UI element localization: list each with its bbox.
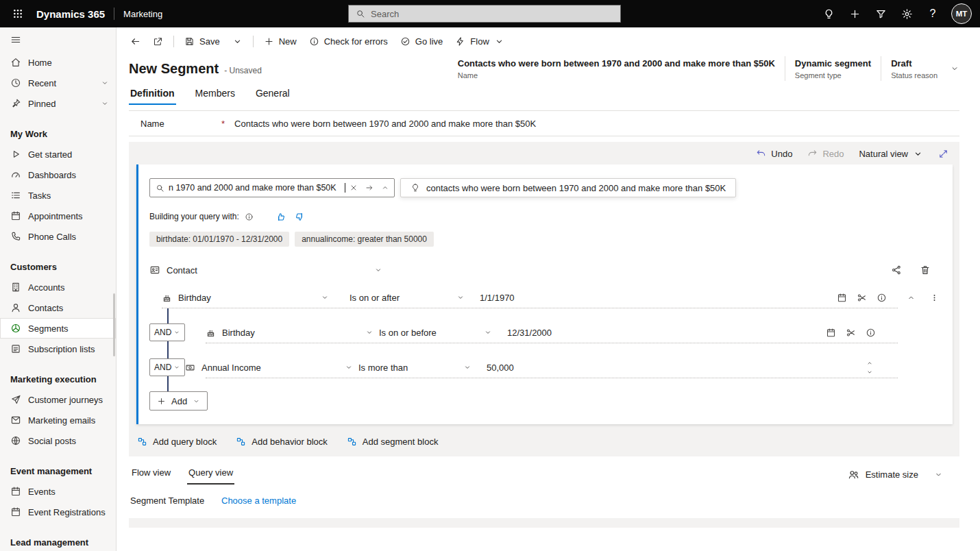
calendar-icon[interactable]: [826, 328, 836, 338]
add-condition-button[interactable]: Add: [149, 391, 208, 411]
sidebar-item-tasks[interactable]: Tasks: [0, 185, 116, 206]
view-mode-dropdown[interactable]: Natural view: [859, 149, 923, 159]
field-dropdown[interactable]: Birthday: [162, 293, 329, 303]
collapse-search-button[interactable]: [377, 180, 393, 196]
estimate-size-group: Estimate size: [848, 469, 944, 481]
block-icon: [236, 437, 246, 447]
field-dropdown[interactable]: Birthday: [206, 328, 373, 338]
operator-dropdown[interactable]: Is more than: [358, 363, 471, 373]
waffle-menu-button[interactable]: [8, 4, 27, 23]
sidebar-item-contacts[interactable]: Contacts: [0, 297, 116, 318]
natural-language-input[interactable]: [169, 183, 345, 193]
logic-operator-dropdown[interactable]: AND: [149, 323, 185, 341]
scissors-icon[interactable]: [857, 293, 867, 303]
sidebar-item-label: Social posts: [28, 436, 76, 446]
undo-button[interactable]: Undo: [756, 149, 792, 159]
add-behavior-block-button[interactable]: Add behavior block: [236, 437, 328, 447]
back-button[interactable]: [125, 33, 146, 50]
tab-general[interactable]: General: [254, 84, 291, 105]
row-more-button[interactable]: [928, 291, 940, 304]
sidebar-scrollbar[interactable]: [113, 293, 115, 356]
chevron-down-icon[interactable]: [101, 99, 109, 108]
entity-dropdown[interactable]: Contact: [149, 265, 382, 276]
header-expand-button[interactable]: [947, 61, 962, 76]
entity-row: Contact: [149, 263, 942, 277]
logic-operator-dropdown[interactable]: AND: [149, 358, 185, 376]
sitemap-toggle-button[interactable]: [5, 30, 27, 49]
query-suggestion[interactable]: contacts who were born between 1970 and …: [400, 178, 736, 197]
sidebar-item-appointments[interactable]: Appointments: [0, 206, 116, 226]
sidebar-item-marketing-emails[interactable]: Marketing emails: [0, 410, 116, 430]
add-query-block-button[interactable]: Add query block: [137, 437, 217, 447]
sidebar-item-social-posts[interactable]: Social posts: [0, 430, 116, 451]
relate-block-button[interactable]: [890, 263, 903, 277]
sidebar-item-recent[interactable]: Recent: [0, 73, 116, 93]
clear-search-button[interactable]: [345, 180, 361, 196]
sidebar-item-get-started[interactable]: Get started: [0, 144, 116, 164]
header-summary-fields: Contacts who were born between 1970 and …: [458, 56, 962, 81]
submit-query-button[interactable]: [361, 180, 377, 196]
fullscreen-button[interactable]: [938, 149, 948, 159]
tab-query-view[interactable]: Query view: [187, 465, 234, 485]
tab-definition[interactable]: Definition: [129, 84, 176, 105]
number-stepper[interactable]: [866, 360, 873, 376]
sidebar-item-phone-calls[interactable]: Phone Calls: [0, 226, 116, 247]
delete-block-button[interactable]: [918, 263, 932, 277]
save-button[interactable]: Save: [179, 33, 225, 50]
open-in-new-window-button[interactable]: [147, 33, 169, 50]
sidebar-item-home[interactable]: Home: [0, 52, 116, 73]
info-circle-icon[interactable]: [245, 212, 254, 221]
sidebar-item-event-registrations[interactable]: Event Registrations: [0, 502, 116, 522]
lightbulb-button[interactable]: [818, 3, 839, 24]
tab-flow-view[interactable]: Flow view: [130, 465, 172, 485]
app-area-name[interactable]: Marketing: [123, 9, 162, 19]
thumbs-down-button[interactable]: [293, 210, 307, 223]
redo-button[interactable]: Redo: [807, 149, 844, 159]
user-avatar[interactable]: MT: [951, 3, 972, 24]
sidebar-item-dashboards[interactable]: Dashboards: [0, 164, 116, 185]
flow-button[interactable]: Flow: [450, 33, 509, 50]
global-search-input[interactable]: [371, 9, 613, 19]
info-circle-icon[interactable]: [866, 328, 876, 338]
condition-value[interactable]: 1/1/1970: [480, 293, 515, 303]
sidebar-item-accounts[interactable]: Accounts: [0, 277, 116, 297]
field-dropdown[interactable]: Annual Income: [185, 363, 353, 373]
condition-value[interactable]: 12/31/2000: [507, 328, 552, 338]
add-segment-block-button[interactable]: Add segment block: [347, 437, 439, 447]
new-button[interactable]: New: [258, 33, 302, 50]
sidebar-item-segments[interactable]: Segments: [0, 318, 116, 339]
tab-members[interactable]: Members: [194, 84, 236, 105]
block-actions: [890, 263, 942, 277]
name-field-value[interactable]: Contacts who were born between 1970 and …: [234, 119, 536, 129]
sidebar-item-customer-journeys[interactable]: Customer journeys: [0, 389, 116, 410]
natural-language-search-box[interactable]: [149, 178, 395, 197]
thumbs-up-button[interactable]: [274, 210, 288, 223]
kebab-menu-icon: [930, 293, 939, 302]
sidebar-item-subscription-lists[interactable]: Subscription lists: [0, 339, 116, 359]
section-collapse-button[interactable]: [932, 469, 944, 481]
operator-dropdown[interactable]: Is on or after: [350, 293, 465, 303]
command-bar: Save New Check for errors Go live Flow: [117, 27, 980, 51]
operator-dropdown[interactable]: Is on or before: [379, 328, 492, 338]
sidebar-item-events[interactable]: Events: [0, 481, 116, 502]
scissors-icon[interactable]: [846, 328, 856, 338]
estimate-size-button[interactable]: Estimate size: [848, 469, 918, 480]
next-section-strip: [129, 518, 959, 528]
condition-value[interactable]: 50,000: [487, 363, 514, 373]
settings-button[interactable]: [896, 3, 917, 24]
query-tag-annualincome: annualincome: greater than 50000: [295, 232, 434, 247]
app-title[interactable]: Dynamics 365: [36, 8, 105, 20]
save-split-chevron[interactable]: [227, 33, 248, 50]
check-for-errors-button[interactable]: Check for errors: [304, 33, 393, 50]
go-live-button[interactable]: Go live: [395, 33, 448, 50]
choose-template-link[interactable]: Choose a template: [221, 495, 296, 506]
help-button[interactable]: ?: [922, 3, 943, 24]
info-circle-icon[interactable]: [877, 293, 887, 303]
global-search-box[interactable]: [348, 5, 621, 23]
chevron-down-icon[interactable]: [101, 79, 109, 87]
filter-button[interactable]: [870, 3, 891, 24]
quick-create-button[interactable]: [844, 3, 865, 24]
sidebar-item-pinned[interactable]: Pinned: [0, 93, 116, 114]
calendar-icon[interactable]: [837, 293, 847, 303]
collapse-row-button[interactable]: [905, 291, 917, 304]
